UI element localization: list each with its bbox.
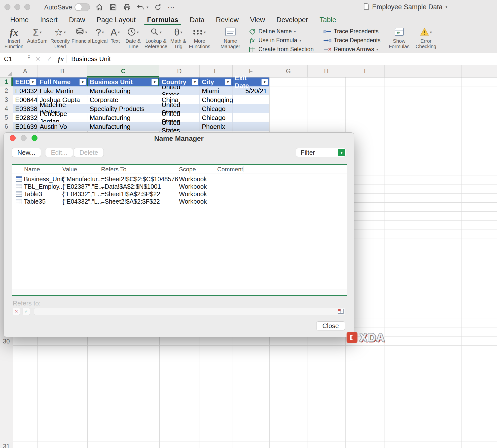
insert-function-fx-icon[interactable]: fx [55,55,67,63]
row-number[interactable]: 31 [0,442,13,448]
show-formulas-button[interactable]: fx Show Formulas [388,26,410,49]
close-window-button[interactable] [4,4,10,10]
list-item[interactable]: TBL_Employ... {"E02387","E... =Data!$A$2… [12,183,347,190]
cell[interactable]: Manufacturing [87,86,159,95]
column-header-d[interactable]: D [159,65,200,77]
trace-dependents-button[interactable]: Trace Dependents [323,36,380,44]
text-functions-button[interactable]: A▾ Text [108,26,123,44]
cell[interactable]: United States [159,122,200,131]
cell[interactable]: Phoenix [200,122,233,131]
undo-chevron-icon[interactable]: ▾ [145,3,150,11]
lookup-reference-button[interactable]: ▾ Lookup & Reference [143,26,168,49]
filter-button[interactable]: ▼ [151,79,158,85]
tab-insert[interactable]: Insert [35,14,63,25]
tab-home[interactable]: Home [4,14,35,25]
financial-button[interactable]: ▾ Financial [71,26,92,44]
close-button[interactable]: Close [316,321,345,330]
undo-icon[interactable] [136,3,145,11]
logical-button[interactable]: ?▾ Logical [92,26,108,44]
row-number[interactable]: 4 [0,104,13,113]
cell[interactable]: E01639 [13,122,37,131]
cell[interactable]: Penelope Jordan [37,113,87,122]
row-number[interactable]: 5 [0,113,13,122]
row-number[interactable]: 30 [0,337,13,346]
tab-page-layout[interactable]: Page Layout [91,14,141,25]
column-header-blank[interactable] [423,65,462,77]
filter-button[interactable]: ▼ [192,79,198,85]
print-icon[interactable] [123,3,132,11]
tab-review[interactable]: Review [210,14,245,25]
list-item[interactable]: Table35 {"E04332","L... =Sheet2!$A$2:$F$… [12,197,347,205]
column-header-blank[interactable] [462,65,497,77]
column-header-e[interactable]: E [200,65,233,77]
date-time-button[interactable]: ▾ Date & Time [123,26,143,49]
cell[interactable] [233,122,269,131]
header-cell-eeid[interactable]: EEID▼ [13,77,37,86]
header-cell-exit-date[interactable]: Exit Date▼ [233,77,269,86]
cell[interactable]: Speciality Products [87,104,159,113]
tab-table[interactable]: Table [314,14,342,25]
column-header-b[interactable]: B [37,65,87,77]
tab-view[interactable]: View [244,14,271,25]
document-title-group[interactable]: Employee Sample Data ▾ [364,3,447,11]
filter-chevron-icon[interactable]: ▼ [338,149,345,156]
redo-icon[interactable] [153,3,162,11]
home-icon[interactable] [95,3,104,11]
filter-button[interactable]: ▼ [30,79,36,85]
tab-developer[interactable]: Developer [271,14,314,25]
remove-arrows-button[interactable]: Remove Arrows▾ [323,45,380,53]
math-trig-button[interactable]: θ▾ Math & Trig [168,26,188,49]
row-number[interactable]: 3 [0,95,13,104]
row-number[interactable]: 6 [0,122,13,131]
select-all-corner[interactable] [0,65,13,77]
save-icon[interactable] [109,3,118,11]
autosave-toggle[interactable] [74,3,90,11]
header-cell-city[interactable]: City▼ [200,77,233,86]
new-button[interactable]: New... [12,148,41,157]
more-functions-button[interactable]: ▾ More Functions [188,26,211,49]
error-checking-button[interactable]: ▾ Error Checking [415,26,437,49]
cell[interactable] [233,113,269,122]
column-header-g[interactable]: G [269,65,308,77]
formula-input[interactable]: Business Unit [71,55,111,63]
name-box-stepper[interactable]: ▲▼ [27,54,31,59]
names-list[interactable]: Name Value Refers To Scope Comment Busin… [12,164,347,296]
cell[interactable]: E03838 [13,104,37,113]
refers-to-input[interactable] [34,308,345,315]
row-number[interactable]: 2 [0,86,13,95]
cell[interactable]: Chicago [200,104,233,113]
column-header-a[interactable]: A [13,65,37,77]
autosum-button[interactable]: Σ▾ AutoSum [25,26,49,44]
column-header-h[interactable]: H [308,65,345,77]
list-item[interactable]: Table3 {"E04332","L... =Sheet1!$A$2:$P$2… [12,190,347,197]
confirm-entry-icon[interactable]: ✓ [44,55,55,63]
cell[interactable]: Chicago [200,113,233,122]
cancel-entry-icon[interactable]: ✕ [32,55,44,63]
create-from-selection-button[interactable]: Create from Selection [248,45,314,53]
filter-button[interactable]: ▼ [261,79,268,85]
cell[interactable]: E02832 [13,113,37,122]
filter-dropdown[interactable]: Filter ▼ [296,148,346,157]
trace-precedents-button[interactable]: Trace Precedents [323,27,380,36]
tab-formulas[interactable]: Formulas [141,14,184,25]
header-cell-business-unit-selected[interactable]: Business Unit▼ [87,77,159,86]
cell[interactable]: Corporate [87,95,159,104]
cell[interactable]: Miami [200,86,233,95]
column-header-c[interactable]: C [87,65,159,77]
use-in-formula-button[interactable]: fx Use in Formula▾ [248,36,314,44]
row-number[interactable]: 1 [0,77,13,86]
cell[interactable]: Manufacturing [87,122,159,131]
column-header-blank[interactable] [385,65,423,77]
cell[interactable]: E00644 [13,95,37,104]
cell[interactable] [233,95,269,104]
cell[interactable] [233,104,269,113]
header-cell-full-name[interactable]: Full Name▼ [37,77,87,86]
cell[interactable]: Luke Martin [37,86,87,95]
list-item[interactable]: Business_Unit {"Manufactur... =Sheet2!$C… [12,175,347,183]
filter-button[interactable]: ▼ [79,79,86,85]
cell[interactable]: Austin Vo [37,122,87,131]
column-header-i[interactable]: I [345,65,385,77]
recently-used-button[interactable]: ☆▾ Recently Used [49,26,71,49]
tab-draw[interactable]: Draw [63,14,91,25]
tab-data[interactable]: Data [184,14,210,25]
